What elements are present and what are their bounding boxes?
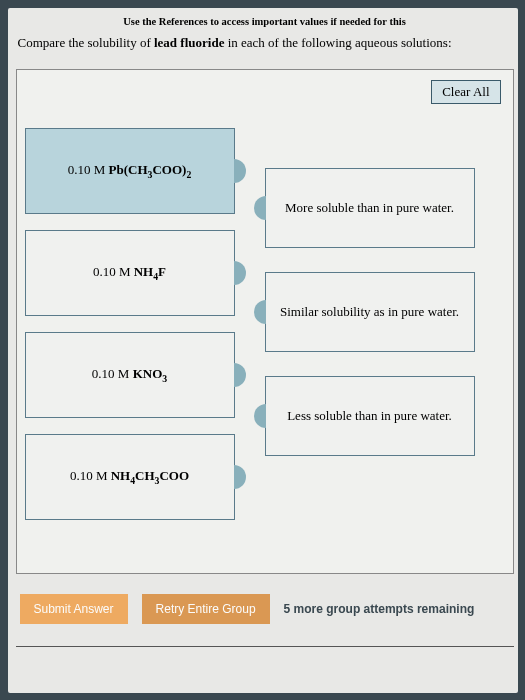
matching-panel: Clear All 0.10 M Pb(CH3COO)2 0.10 M NH4F… xyxy=(16,69,514,574)
drag-handle-icon[interactable] xyxy=(234,363,246,387)
solution-item[interactable]: 0.10 M NH4CH3COO xyxy=(25,434,235,520)
drag-handle-icon[interactable] xyxy=(234,159,246,183)
solutions-column: 0.10 M Pb(CH3COO)2 0.10 M NH4F 0.10 M KN… xyxy=(25,128,235,536)
drop-handle-icon xyxy=(254,300,266,324)
drop-target[interactable]: More soluble than in pure water. xyxy=(265,168,475,248)
target-label: Similar solubility as in pure water. xyxy=(280,304,459,320)
solution-item[interactable]: 0.10 M Pb(CH3COO)2 xyxy=(25,128,235,214)
columns: 0.10 M Pb(CH3COO)2 0.10 M NH4F 0.10 M KN… xyxy=(25,128,505,536)
drop-target[interactable]: Less soluble than in pure water. xyxy=(265,376,475,456)
solution-label: 0.10 M NH4CH3COO xyxy=(70,468,189,486)
target-label: Less soluble than in pure water. xyxy=(287,408,452,424)
drop-handle-icon xyxy=(254,196,266,220)
question-bold: lead fluoride xyxy=(154,35,224,50)
clear-all-button[interactable]: Clear All xyxy=(431,80,500,104)
app-screen: Use the References to access important v… xyxy=(8,8,518,693)
submit-button[interactable]: Submit Answer xyxy=(20,594,128,624)
reference-note: Use the References to access important v… xyxy=(16,16,514,27)
drop-handle-icon xyxy=(254,404,266,428)
question-post: in each of the following aqueous solutio… xyxy=(224,35,451,50)
target-label: More soluble than in pure water. xyxy=(285,200,454,216)
solution-label: 0.10 M KNO3 xyxy=(92,366,167,384)
question-pre: Compare the solubility of xyxy=(18,35,154,50)
targets-column: More soluble than in pure water. Similar… xyxy=(265,168,475,536)
drag-handle-icon[interactable] xyxy=(234,465,246,489)
solution-item[interactable]: 0.10 M KNO3 xyxy=(25,332,235,418)
retry-button[interactable]: Retry Entire Group xyxy=(142,594,270,624)
question-text: Compare the solubility of lead fluoride … xyxy=(16,35,514,51)
solution-label: 0.10 M NH4F xyxy=(93,264,166,282)
footer: Submit Answer Retry Entire Group 5 more … xyxy=(16,594,514,628)
drag-handle-icon[interactable] xyxy=(234,261,246,285)
solution-item[interactable]: 0.10 M NH4F xyxy=(25,230,235,316)
divider xyxy=(16,646,514,647)
attempts-remaining: 5 more group attempts remaining xyxy=(284,602,475,616)
solution-label: 0.10 M Pb(CH3COO)2 xyxy=(68,162,192,180)
drop-target[interactable]: Similar solubility as in pure water. xyxy=(265,272,475,352)
